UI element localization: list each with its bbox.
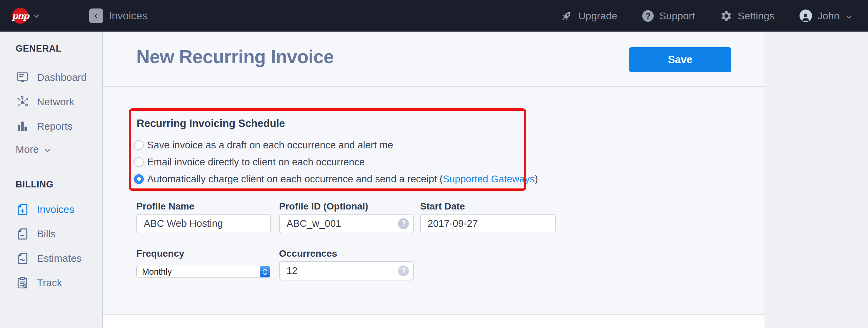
profile-id-input[interactable] (279, 214, 414, 233)
settings-button[interactable]: Settings (720, 10, 774, 22)
sidebar-item-bills[interactable]: Bills (0, 222, 102, 246)
page-title: New Recurring Invoice (136, 46, 334, 68)
bill-doc-minus-icon (16, 227, 29, 241)
support-button[interactable]: ? Support (642, 10, 695, 22)
option-label: Save invoice as a draft on each occurren… (147, 140, 393, 151)
invoice-doc-plus-icon (16, 203, 29, 216)
start-date-label: Start Date (420, 202, 556, 211)
logo: pnp (12, 8, 28, 24)
schedule-option-email[interactable]: Email invoice directly to client on each… (134, 153, 520, 170)
app-body: GENERAL Dashboard (0, 32, 868, 328)
rocket-icon (560, 10, 573, 22)
avatar-icon (800, 10, 812, 22)
chevron-down-icon (43, 145, 52, 153)
start-date-input[interactable] (420, 214, 556, 233)
sidebar-item-invoices[interactable]: Invoices (0, 197, 102, 222)
frequency-label: Frequency (136, 249, 271, 258)
sidebar: GENERAL Dashboard (0, 32, 102, 328)
schedule-option-auto-charge[interactable]: Automatically charge client on each occu… (134, 170, 520, 187)
option-label: Automatically charge client on each occu… (147, 174, 538, 185)
schedule-options: Save invoice as a draft on each occurren… (134, 136, 520, 187)
sidebar-item-track[interactable]: Track (0, 271, 102, 295)
reports-icon (16, 120, 29, 133)
network-icon (16, 95, 29, 109)
radio-button-selected[interactable] (134, 174, 144, 184)
sidebar-item-network[interactable]: Network (0, 90, 102, 114)
topbar: pnp Invoices Upgrade ? Support (0, 0, 868, 32)
schedule-option-draft[interactable]: Save invoice as a draft on each occurren… (134, 136, 520, 153)
sidebar-more-toggle[interactable]: More (0, 139, 102, 160)
page-header: New Recurring Invoice Save (103, 32, 765, 87)
select-stepper-icon (260, 266, 270, 277)
save-button[interactable]: Save (629, 47, 731, 72)
upgrade-label: Upgrade (578, 10, 617, 22)
main-panel: New Recurring Invoice Save Recurring Inv… (102, 32, 765, 328)
back-button[interactable] (89, 8, 103, 23)
recurring-schedule-highlight-box: Recurring Invoicing Schedule Save invoic… (129, 108, 526, 191)
page-content: Recurring Invoicing Schedule Save invoic… (103, 87, 765, 280)
breadcrumb: Invoices (89, 8, 147, 23)
sidebar-item-dashboard[interactable]: Dashboard (0, 65, 102, 90)
more-label: More (16, 144, 39, 155)
occurrences-label: Occurrences (279, 249, 414, 258)
option-label-after: ) (535, 174, 538, 184)
sidebar-item-label: Track (37, 277, 62, 289)
radio-button[interactable] (134, 157, 144, 167)
question-circle-icon: ? (642, 10, 654, 22)
sidebar-heading-billing: BILLING (16, 180, 102, 189)
help-icon[interactable]: ? (398, 218, 409, 229)
sidebar-item-label: Reports (37, 121, 73, 132)
profile-name-input[interactable] (136, 214, 271, 233)
main-surface: New Recurring Invoice Save Recurring Inv… (103, 32, 765, 315)
support-label: Support (659, 10, 695, 22)
settings-label: Settings (738, 10, 774, 22)
upgrade-button[interactable]: Upgrade (560, 10, 617, 22)
chevron-left-icon (93, 12, 100, 20)
chevron-down-icon (32, 12, 40, 20)
radio-button[interactable] (134, 140, 144, 150)
option-label-before: Automatically charge client on each occu… (147, 174, 443, 184)
occurrences-input[interactable] (279, 261, 414, 280)
chevron-down-icon (845, 12, 853, 20)
gear-icon (720, 10, 732, 22)
dashboard-icon (16, 71, 29, 84)
context-title: Invoices (109, 10, 147, 22)
profile-name-label: Profile Name (136, 202, 271, 211)
user-name: John (817, 10, 840, 22)
sidebar-item-label: Bills (37, 228, 56, 240)
sidebar-item-label: Invoices (37, 204, 74, 215)
help-icon[interactable]: ? (398, 266, 409, 276)
supported-gateways-link[interactable]: Supported Gateways (443, 174, 535, 184)
sidebar-heading-general: GENERAL (16, 44, 102, 53)
recurring-invoice-form: Profile Name Profile ID (Optional) ? (136, 202, 765, 280)
logo-menu[interactable]: pnp (12, 8, 40, 24)
sidebar-item-label: Estimates (37, 253, 82, 264)
sidebar-item-estimates[interactable]: Estimates (0, 246, 102, 271)
option-label: Email invoice directly to client on each… (147, 157, 365, 168)
frequency-selected-value: Monthly (137, 267, 172, 277)
sidebar-item-reports[interactable]: Reports (0, 114, 102, 139)
topbar-nav: Upgrade ? Support Settings John (560, 10, 868, 22)
sidebar-item-label: Network (37, 96, 74, 108)
schedule-heading: Recurring Invoicing Schedule (137, 117, 520, 130)
right-gutter (765, 32, 868, 328)
profile-id-label: Profile ID (Optional) (279, 202, 414, 211)
frequency-select[interactable]: Monthly (136, 266, 270, 277)
clipboard-check-icon (16, 276, 29, 290)
sidebar-item-label: Dashboard (37, 72, 87, 83)
estimate-doc-tilde-icon (16, 252, 29, 265)
user-menu[interactable]: John (800, 10, 853, 22)
